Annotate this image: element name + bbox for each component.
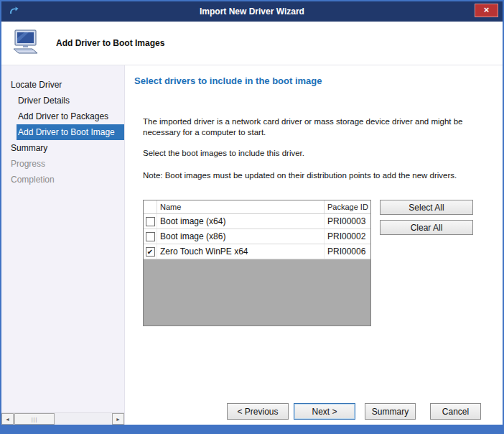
boot-image-table: Name Package ID Boot image (x64) PRI0000… [143, 200, 371, 326]
clear-all-button[interactable]: Clear All [380, 220, 473, 235]
sidebar-item-add-driver-to-boot-image[interactable]: Add Driver to Boot Image [17, 124, 124, 140]
column-header-package-id[interactable]: Package ID [325, 200, 370, 213]
column-header-checkbox [144, 200, 157, 213]
computer-icon [11, 29, 40, 57]
intro-text: The imported driver is a network card dr… [143, 116, 483, 138]
window-title: Import New Driver Wizard [45, 6, 459, 17]
previous-button[interactable]: < Previous [227, 403, 289, 420]
checkbox-cell [144, 229, 157, 244]
column-header-name[interactable]: Name [157, 200, 325, 213]
main-panel: Select drivers to include in the boot im… [125, 65, 503, 425]
titlebar: Import New Driver Wizard × [1, 1, 503, 22]
summary-button[interactable]: Summary [365, 403, 416, 420]
row-checkbox[interactable] [146, 232, 155, 241]
content: Locate Driver Driver Details Add Driver … [1, 65, 503, 425]
selection-buttons: Select All Clear All [380, 200, 473, 235]
sidebar-item-completion: Completion [1, 172, 124, 188]
header-title: Add Driver to Boot Images [56, 38, 164, 48]
cell-package-id: PRI00002 [325, 229, 370, 244]
row-checkbox[interactable]: ✔ [146, 247, 155, 257]
wizard-header: Add Driver to Boot Images [1, 22, 503, 65]
wizard-footer: < Previous Next > Summary Cancel [227, 403, 481, 420]
checkbox-cell: ✔ [144, 244, 157, 259]
scrollbar-thumb[interactable]: ||| [14, 413, 55, 425]
sidebar-item-locate-driver[interactable]: Locate Driver [1, 77, 124, 93]
note-text: Note: Boot images must be updated on the… [143, 170, 483, 181]
wizard-window: Import New Driver Wizard × Add Driver to… [0, 0, 504, 434]
sidebar-item-add-driver-to-packages[interactable]: Add Driver to Packages [1, 108, 124, 124]
wizard-steps-sidebar: Locate Driver Driver Details Add Driver … [1, 65, 125, 425]
cancel-button[interactable]: Cancel [430, 403, 481, 420]
cell-name: Boot image (x64) [157, 214, 325, 228]
boot-image-list-area: Name Package ID Boot image (x64) PRI0000… [143, 200, 503, 326]
close-button[interactable]: × [475, 4, 498, 17]
scroll-left-arrow-icon[interactable]: ◄ [1, 413, 14, 425]
wizard-icon [8, 6, 19, 17]
table-header-row: Name Package ID [144, 200, 370, 214]
next-button[interactable]: Next > [294, 403, 355, 420]
sidebar-item-summary[interactable]: Summary [1, 140, 124, 156]
cell-name: Boot image (x86) [157, 229, 325, 244]
table-row[interactable]: Boot image (x86) PRI00002 [144, 229, 370, 244]
scrollbar-track[interactable] [55, 413, 112, 425]
table-row[interactable]: Boot image (x64) PRI00003 [144, 214, 370, 229]
cell-package-id: PRI00006 [325, 244, 370, 259]
checkbox-cell [144, 214, 157, 228]
select-all-button[interactable]: Select All [380, 200, 473, 215]
horizontal-scrollbar[interactable]: ◄ ||| ► [1, 412, 124, 425]
cell-package-id: PRI00003 [325, 214, 370, 228]
select-instruction-text: Select the boot images to include this d… [143, 148, 483, 159]
cell-name: Zero Touch WinPE x64 [157, 244, 325, 259]
row-checkbox[interactable] [146, 217, 155, 226]
sidebar-item-progress: Progress [1, 156, 124, 172]
table-row[interactable]: ✔ Zero Touch WinPE x64 PRI00006 [144, 244, 370, 259]
page-title: Select drivers to include in the boot im… [134, 75, 503, 86]
sidebar-item-driver-details[interactable]: Driver Details [1, 93, 124, 108]
scroll-right-arrow-icon[interactable]: ► [112, 413, 124, 425]
table-empty-area [144, 259, 370, 326]
